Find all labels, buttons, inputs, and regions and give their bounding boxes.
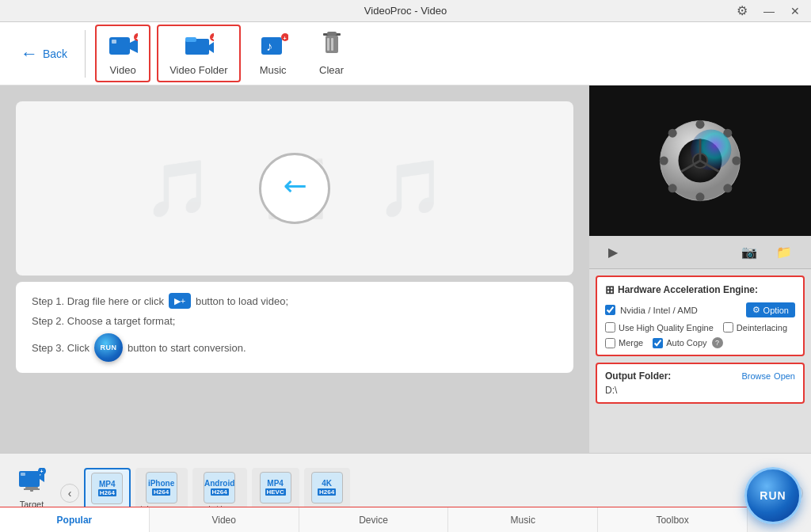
target-format-icon: + — [17, 468, 46, 496]
auto-copy-label: Auto Copy — [666, 338, 706, 348]
svg-text:+: + — [136, 36, 139, 41]
format-icon: Android H264 — [204, 472, 235, 504]
svg-point-25 — [723, 184, 732, 192]
output-path: D:\ — [605, 385, 795, 396]
output-folder-buttons: Browse Open — [741, 371, 795, 381]
svg-point-22 — [660, 157, 668, 165]
svg-point-27 — [668, 184, 677, 192]
music-button[interactable]: ♪ + Music — [247, 26, 299, 81]
format-icon: iPhone H264 — [146, 472, 177, 504]
svg-rect-18 — [327, 32, 337, 36]
browse-button[interactable]: Browse — [741, 371, 771, 381]
toolbar: ← Back + Video + Video Folder — [0, 22, 811, 86]
title-bar: VideoProc - Video ⚙ — ✕ — [0, 0, 811, 22]
hardware-acceleration-box: ⊞ Hardware Acceleration Engine: Nvidia /… — [596, 276, 805, 356]
right-panel: ▶ 📷 📁 ⊞ Hardware Acceleration Engine: Nv… — [589, 86, 811, 453]
step3-text: Step 3. Click RUN button to start conver… — [32, 333, 558, 362]
format-tab-toolbox[interactable]: Toolbox — [598, 507, 748, 532]
svg-rect-6 — [185, 37, 196, 42]
step1-post: button to load video; — [196, 295, 288, 307]
run-button[interactable]: RUN — [744, 467, 801, 524]
format-icon: MP4 HEVC — [260, 472, 291, 504]
video-icon: + — [108, 31, 138, 61]
toolbar-divider — [85, 30, 86, 78]
screenshot-button[interactable]: 📷 — [735, 241, 763, 263]
video-folder-button[interactable]: + Video Folder — [157, 25, 240, 82]
load-video-icon: ▶+ — [169, 293, 191, 309]
video-button[interactable]: + Video — [95, 25, 150, 82]
drop-arrow-icon: ↖ — [275, 166, 315, 207]
nvidia-checkbox[interactable] — [605, 305, 615, 315]
auto-copy-checkbox[interactable] — [653, 338, 663, 348]
svg-rect-17 — [331, 38, 333, 51]
svg-point-24 — [668, 129, 677, 138]
preview-area — [589, 86, 811, 236]
format-tabs: PopularVideoDeviceMusicToolbox — [0, 507, 748, 532]
output-folder-box: Output Folder: Browse Open D:\ — [596, 363, 805, 404]
format-tab-device[interactable]: Device — [299, 507, 449, 532]
preview-right-controls: 📷 📁 — [735, 241, 798, 263]
close-button[interactable]: ✕ — [786, 3, 805, 19]
window-controls: ⚙ — ✕ — [732, 2, 805, 20]
folder-button[interactable]: 📁 — [770, 241, 798, 263]
merge-label: Merge — [619, 338, 643, 348]
step1-text: Step 1. Drag file here or click ▶+ butto… — [32, 293, 558, 309]
deinterlacing-item: Deinterlacing — [723, 322, 787, 332]
music-icon: ♪ + — [258, 31, 288, 61]
merge-checkbox[interactable] — [605, 338, 615, 348]
svg-rect-16 — [327, 38, 329, 51]
auto-copy-item: Auto Copy ? — [653, 337, 722, 348]
film-reel-icon — [657, 117, 744, 204]
option-button[interactable]: ⚙ Option — [746, 302, 795, 317]
back-icon: ← — [21, 44, 38, 64]
nvidia-label: Nvidia / Intel / AMD — [620, 306, 698, 315]
video-label: Video — [110, 64, 136, 76]
format-tab-music[interactable]: Music — [448, 507, 598, 532]
app-title: VideoProc - Video — [364, 5, 447, 17]
clear-icon — [317, 31, 347, 61]
high-quality-item: Use High Quality Engine — [605, 322, 714, 332]
hw-options-row2: Merge Auto Copy ? — [605, 337, 795, 348]
run-inline-icon: RUN — [94, 333, 123, 362]
back-button[interactable]: ← Back — [13, 39, 75, 69]
deinterlacing-checkbox[interactable] — [723, 322, 733, 332]
video-folder-icon: + — [184, 31, 214, 61]
help-icon[interactable]: ? — [712, 337, 723, 348]
svg-text:+: + — [283, 36, 286, 41]
main-content: 🎵 🎬 🎵 ↖ Step 1. Drag file here or click … — [0, 86, 811, 453]
step-area: Step 1. Drag file here or click ▶+ butto… — [16, 282, 573, 373]
svg-text:+: + — [211, 36, 214, 41]
music-label: Music — [260, 64, 287, 76]
svg-point-21 — [696, 192, 705, 201]
format-tab-popular[interactable]: Popular — [0, 507, 150, 532]
step1-pre: Step 1. Drag file here or click — [32, 295, 164, 307]
svg-point-23 — [732, 157, 741, 165]
play-button[interactable]: ▶ — [602, 241, 624, 263]
svg-rect-35 — [21, 473, 25, 476]
svg-text:♪: ♪ — [266, 40, 272, 53]
step2-text: Step 2. Choose a target format; — [32, 315, 558, 327]
drop-zone[interactable]: 🎵 🎬 🎵 ↖ Step 1. Drag file here or click … — [0, 86, 589, 453]
minimize-button[interactable]: — — [759, 3, 779, 19]
format-icon: MP4 H264 — [91, 473, 123, 504]
open-button[interactable]: Open — [774, 371, 795, 381]
format-icon: 4K H264 — [311, 472, 343, 504]
drop-area[interactable]: 🎵 🎬 🎵 ↖ — [16, 101, 573, 276]
svg-point-20 — [696, 120, 705, 129]
clear-label: Clear — [319, 64, 344, 76]
scroll-left-button[interactable]: ‹ — [60, 484, 79, 503]
hw-icon: ⊞ — [605, 283, 615, 296]
merge-item: Merge — [605, 337, 643, 348]
back-label: Back — [43, 48, 67, 60]
svg-marker-7 — [209, 42, 214, 53]
hw-options-row: Use High Quality Engine Deinterlacing — [605, 322, 795, 332]
settings-button[interactable]: ⚙ — [732, 2, 752, 20]
clear-button[interactable]: Clear — [306, 26, 358, 81]
video-folder-label: Video Folder — [169, 64, 227, 76]
bottom-bar: + Target Format ‹ MP4 H264 MP4 H264 iPho… — [0, 453, 811, 532]
high-quality-checkbox[interactable] — [605, 322, 615, 332]
gear-icon: ⚙ — [752, 305, 760, 315]
format-tab-video[interactable]: Video — [150, 507, 299, 532]
hw-nvidia-row: Nvidia / Intel / AMD ⚙ Option — [605, 302, 795, 317]
hw-title: ⊞ Hardware Acceleration Engine: — [605, 283, 795, 296]
